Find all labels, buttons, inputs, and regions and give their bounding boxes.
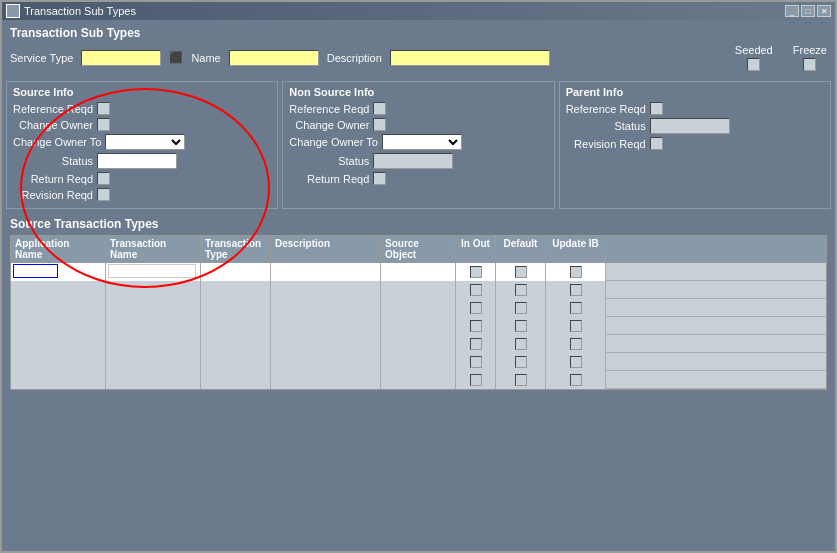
cell-default[interactable]	[496, 335, 546, 353]
cell-default[interactable]	[496, 371, 546, 389]
table-row[interactable]	[11, 371, 826, 389]
parent-info-panel: Parent Info Reference Reqd Status Revisi…	[559, 81, 831, 209]
description-input[interactable]	[390, 50, 550, 66]
source-reference-reqd-checkbox[interactable]	[97, 102, 110, 115]
freeze-checkbox[interactable]	[803, 58, 816, 71]
source-status-input[interactable]	[97, 153, 177, 169]
nonsource-status-row: Status	[289, 153, 547, 169]
source-change-owner-to-row: Change Owner To	[13, 134, 271, 150]
cell-default[interactable]	[496, 353, 546, 371]
parent-revision-reqd-checkbox[interactable]	[650, 137, 663, 150]
nonsource-status-input[interactable]	[373, 153, 453, 169]
cell-source-object[interactable]	[381, 299, 456, 317]
cell-transaction-name[interactable]	[106, 353, 201, 371]
nonsource-return-reqd-checkbox[interactable]	[373, 172, 386, 185]
cell-in-out[interactable]	[456, 281, 496, 299]
cell-transaction-type[interactable]	[201, 263, 271, 281]
cell-in-out[interactable]	[456, 353, 496, 371]
cell-update-ib[interactable]	[546, 263, 606, 281]
cell-source-object[interactable]	[381, 263, 456, 281]
source-change-owner-checkbox[interactable]	[97, 118, 110, 131]
cell-app-name[interactable]	[11, 353, 106, 371]
app-name-input[interactable]	[13, 264, 58, 278]
cell-description[interactable]	[271, 317, 381, 335]
cell-transaction-name[interactable]	[106, 371, 201, 389]
minimize-button[interactable]: _	[785, 5, 799, 17]
col-in-out: In Out	[456, 236, 496, 262]
nonsource-change-owner-to-select[interactable]	[382, 134, 462, 150]
cell-source-object[interactable]	[381, 317, 456, 335]
cell-default[interactable]	[496, 281, 546, 299]
nonsource-reference-reqd-checkbox[interactable]	[373, 102, 386, 115]
cell-description[interactable]	[271, 299, 381, 317]
cell-transaction-type[interactable]	[201, 299, 271, 317]
cell-source-object[interactable]	[381, 335, 456, 353]
source-return-reqd-checkbox[interactable]	[97, 172, 110, 185]
cell-source-object[interactable]	[381, 371, 456, 389]
cell-in-out[interactable]	[456, 299, 496, 317]
cell-transaction-name[interactable]	[106, 263, 201, 281]
cell-update-ib[interactable]	[546, 353, 606, 371]
cell-transaction-type[interactable]	[201, 281, 271, 299]
cell-default[interactable]	[496, 263, 546, 281]
cell-app-name[interactable]	[11, 371, 106, 389]
cell-source-object[interactable]	[381, 353, 456, 371]
cell-description[interactable]	[271, 335, 381, 353]
service-type-input[interactable]	[81, 50, 161, 66]
main-content: Transaction Sub Types Service Type ⬛ Nam…	[2, 20, 835, 551]
seeded-checkbox[interactable]	[747, 58, 760, 71]
nonsource-change-owner-row: Change Owner	[289, 118, 547, 131]
cell-transaction-name[interactable]	[106, 335, 201, 353]
cell-update-ib[interactable]	[546, 317, 606, 335]
cell-description[interactable]	[271, 281, 381, 299]
table-row[interactable]	[11, 317, 826, 335]
nonsource-reference-reqd-label: Reference Reqd	[289, 103, 369, 115]
table-row[interactable]	[11, 335, 826, 353]
cell-transaction-type[interactable]	[201, 353, 271, 371]
nonsource-return-reqd-label: Return Reqd	[289, 173, 369, 185]
cell-source-object[interactable]	[381, 281, 456, 299]
cell-description[interactable]	[271, 353, 381, 371]
cell-default[interactable]	[496, 299, 546, 317]
cell-in-out[interactable]	[456, 335, 496, 353]
cell-transaction-name[interactable]	[106, 317, 201, 335]
table-row[interactable]	[11, 263, 826, 281]
nonsource-change-owner-checkbox[interactable]	[373, 118, 386, 131]
restore-button[interactable]: □	[801, 5, 815, 17]
table-row[interactable]	[11, 299, 826, 317]
source-revision-reqd-checkbox[interactable]	[97, 188, 110, 201]
cell-app-name[interactable]	[11, 263, 106, 281]
parent-status-input[interactable]	[650, 118, 730, 134]
cell-update-ib[interactable]	[546, 281, 606, 299]
cell-description[interactable]	[271, 371, 381, 389]
cell-transaction-name[interactable]	[106, 299, 201, 317]
parent-reference-reqd-checkbox[interactable]	[650, 102, 663, 115]
cell-transaction-type[interactable]	[201, 335, 271, 353]
transaction-name-input[interactable]	[108, 264, 196, 278]
cell-in-out[interactable]	[456, 371, 496, 389]
cell-update-ib[interactable]	[546, 335, 606, 353]
cell-transaction-name[interactable]	[106, 281, 201, 299]
cell-app-name[interactable]	[11, 335, 106, 353]
cell-app-name[interactable]	[11, 281, 106, 299]
name-label: Name	[191, 52, 220, 64]
cell-transaction-type[interactable]	[201, 371, 271, 389]
window-controls: _ □ ✕	[785, 5, 831, 17]
cell-transaction-type[interactable]	[201, 317, 271, 335]
name-input[interactable]	[229, 50, 319, 66]
cell-app-name[interactable]	[11, 299, 106, 317]
cell-app-name[interactable]	[11, 317, 106, 335]
cell-default[interactable]	[496, 317, 546, 335]
table-row[interactable]	[11, 281, 826, 299]
close-button[interactable]: ✕	[817, 5, 831, 17]
source-change-owner-to-select[interactable]	[105, 134, 185, 150]
cell-description[interactable]	[271, 263, 381, 281]
cell-update-ib[interactable]	[546, 371, 606, 389]
seeded-label: Seeded	[735, 44, 773, 56]
table-row[interactable]	[11, 353, 826, 371]
cell-in-out[interactable]	[456, 263, 496, 281]
non-source-info-title: Non Source Info	[289, 86, 547, 98]
cell-in-out[interactable]	[456, 317, 496, 335]
cell-update-ib[interactable]	[546, 299, 606, 317]
parent-reference-reqd-label: Reference Reqd	[566, 103, 646, 115]
